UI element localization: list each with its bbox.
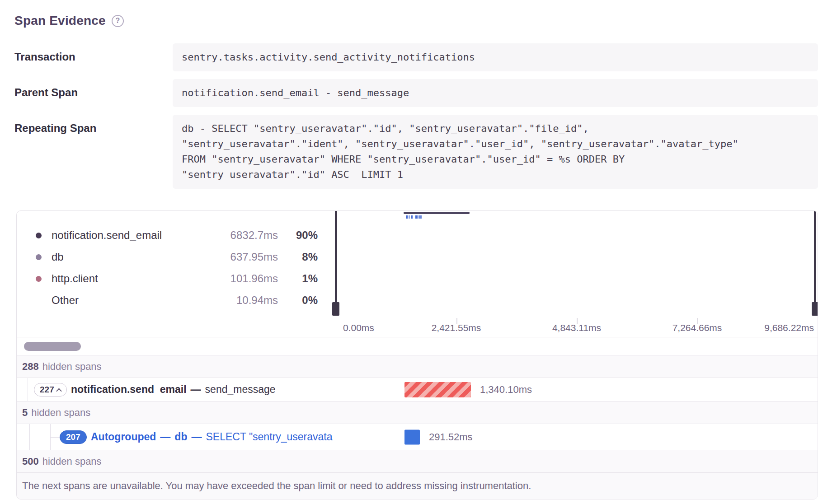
legend-item: notification.send_email 6832.7ms 90% bbox=[36, 224, 318, 246]
repeating-span-value: db - SELECT "sentry_useravatar"."id", "s… bbox=[173, 115, 818, 189]
hidden-spans-text: 288 hidden spans bbox=[22, 355, 102, 378]
axis-label: 4,843.11ms bbox=[552, 322, 601, 333]
span-op: notification.send_email bbox=[71, 383, 187, 395]
span-count: 227 bbox=[40, 385, 54, 395]
minimap-db-tick bbox=[415, 215, 418, 219]
legend-dot-icon bbox=[36, 276, 42, 282]
span-separator: — bbox=[191, 383, 201, 395]
legend-op: notification.send_email bbox=[52, 229, 210, 242]
hidden-spans-row: 5 hidden spans bbox=[17, 401, 818, 424]
time-axis-labels: 0.00ms 2,421.55ms 4,843.11ms 7,264.66ms … bbox=[336, 318, 818, 337]
autogroup-separator: — bbox=[191, 431, 202, 443]
legend-op: Other bbox=[52, 294, 210, 307]
parent-span-value: notification.send_email - send_message bbox=[173, 79, 818, 107]
legend-op: db bbox=[52, 251, 210, 263]
axis-label: 2,421.55ms bbox=[432, 322, 481, 333]
legend-item: Other 10.94ms 0% bbox=[36, 289, 318, 311]
minimap-handle-left[interactable] bbox=[335, 211, 337, 302]
repeating-span-label: Repeating Span bbox=[14, 115, 173, 135]
footer-message: The next spans are unavailable. You may … bbox=[22, 480, 531, 492]
axis-label: 9,686.22ms bbox=[764, 322, 814, 333]
hidden-spans-count: 288 bbox=[22, 361, 39, 373]
scrollbar-track bbox=[17, 337, 336, 355]
time-axis: 0.00ms 2,421.55ms 4,843.11ms 7,264.66ms … bbox=[17, 318, 818, 337]
span-count-badge[interactable]: 227 bbox=[34, 383, 67, 397]
hidden-spans-label: hidden spans bbox=[42, 456, 102, 467]
minimap-db-tick bbox=[411, 215, 413, 219]
footer-message-row: The next spans are unavailable. You may … bbox=[17, 473, 818, 499]
hidden-spans-count: 5 bbox=[22, 407, 28, 419]
axis-label: 7,264.66ms bbox=[672, 322, 722, 333]
section-header: Span Evidence ? bbox=[14, 14, 837, 28]
legend-percent: 8% bbox=[278, 251, 318, 263]
autogroup-row-details: 207 Autogrouped—db—SELECT "sentry_userav… bbox=[17, 424, 336, 450]
minimap-db-tick bbox=[406, 215, 408, 219]
autogroup-description: SELECT "sentry_useravata bbox=[206, 431, 332, 443]
span-duration-bar bbox=[404, 382, 471, 397]
axis-label: 0.00ms bbox=[343, 322, 374, 333]
autogroup-row[interactable]: 207 Autogrouped—db—SELECT "sentry_userav… bbox=[17, 424, 818, 450]
scrollbar-thumb[interactable] bbox=[24, 342, 81, 351]
legend-duration: 10.94ms bbox=[210, 294, 278, 307]
autogroup-duration-label: 291.52ms bbox=[429, 431, 473, 443]
autogroup-op: db bbox=[174, 431, 187, 443]
legend-item: db 637.95ms 8% bbox=[36, 246, 318, 268]
autogroup-duration-cell: 291.52ms bbox=[336, 424, 818, 450]
legend-dot-icon bbox=[36, 254, 42, 260]
autogroup-count-badge[interactable]: 207 bbox=[60, 430, 87, 444]
legend-item: http.client 101.96ms 1% bbox=[36, 268, 318, 289]
span-duration-label: 1,340.10ms bbox=[480, 384, 532, 396]
help-icon[interactable]: ? bbox=[112, 15, 124, 27]
legend-dot-icon bbox=[36, 298, 42, 303]
span-evidence-page: Span Evidence ? Transaction sentry.tasks… bbox=[0, 0, 837, 504]
tree-guide-line bbox=[28, 378, 28, 401]
minimap-db-tick bbox=[409, 215, 410, 219]
span-tree-panel: notification.send_email 6832.7ms 90% db … bbox=[16, 210, 818, 499]
span-row-duration-cell: 1,340.10ms bbox=[336, 378, 818, 401]
autogroup-title: Autogrouped—db—SELECT "sentry_useravata bbox=[91, 431, 333, 443]
tree-guide-connector bbox=[50, 437, 60, 438]
transaction-label: Transaction bbox=[14, 43, 173, 63]
legend-duration: 637.95ms bbox=[210, 251, 278, 263]
autogroup-prefix: Autogrouped bbox=[91, 431, 156, 443]
span-description: send_message bbox=[205, 383, 276, 395]
minimap[interactable] bbox=[336, 211, 818, 318]
repeating-span-row: Repeating Span db - SELECT "sentry_usera… bbox=[14, 115, 818, 189]
span-title: notification.send_email—send_message bbox=[71, 383, 276, 396]
legend-duration: 6832.7ms bbox=[210, 229, 278, 242]
legend-percent: 0% bbox=[278, 294, 318, 307]
transaction-row: Transaction sentry.tasks.activity.send_a… bbox=[14, 43, 818, 71]
parent-span-label: Parent Span bbox=[14, 79, 173, 99]
hidden-spans-text: 5 hidden spans bbox=[22, 401, 90, 424]
span-row-details: 227 notification.send_email—send_message bbox=[17, 378, 336, 401]
transaction-value: sentry.tasks.activity.send_activity_noti… bbox=[173, 43, 818, 71]
hidden-spans-count: 500 bbox=[22, 456, 39, 467]
autogroup-duration-bar bbox=[404, 429, 420, 444]
minimap-handle-right[interactable] bbox=[814, 211, 816, 302]
op-legend: notification.send_email 6832.7ms 90% db … bbox=[17, 211, 336, 318]
legend-op: http.client bbox=[52, 272, 210, 285]
minimap-handle-left-grip[interactable] bbox=[332, 302, 339, 316]
legend-percent: 90% bbox=[278, 229, 318, 242]
page-title: Span Evidence bbox=[14, 14, 106, 28]
span-row[interactable]: 227 notification.send_email—send_message… bbox=[17, 378, 818, 401]
hidden-spans-text: 500 hidden spans bbox=[22, 450, 102, 472]
tree-header: notification.send_email 6832.7ms 90% db … bbox=[17, 211, 818, 318]
parent-span-row: Parent Span notification.send_email - se… bbox=[14, 79, 818, 107]
scrollbar-row bbox=[17, 337, 818, 355]
autogroup-separator: — bbox=[160, 431, 170, 443]
legend-dot-icon bbox=[36, 233, 42, 238]
chevron-up-icon bbox=[56, 388, 62, 394]
hidden-spans-label: hidden spans bbox=[31, 407, 90, 419]
legend-percent: 1% bbox=[278, 272, 318, 285]
hidden-spans-label: hidden spans bbox=[42, 361, 102, 373]
evidence-list: Transaction sentry.tasks.activity.send_a… bbox=[14, 43, 818, 189]
minimap-handle-right-grip[interactable] bbox=[812, 302, 818, 316]
legend-duration: 101.96ms bbox=[210, 272, 278, 285]
minimap-span-bar bbox=[404, 212, 470, 214]
tree-guide-line bbox=[29, 424, 30, 450]
hidden-spans-row: 288 hidden spans bbox=[17, 355, 818, 378]
minimap-db-tick bbox=[418, 215, 422, 219]
hidden-spans-row: 500 hidden spans bbox=[17, 450, 818, 473]
scrollbar-row-right bbox=[336, 337, 818, 355]
